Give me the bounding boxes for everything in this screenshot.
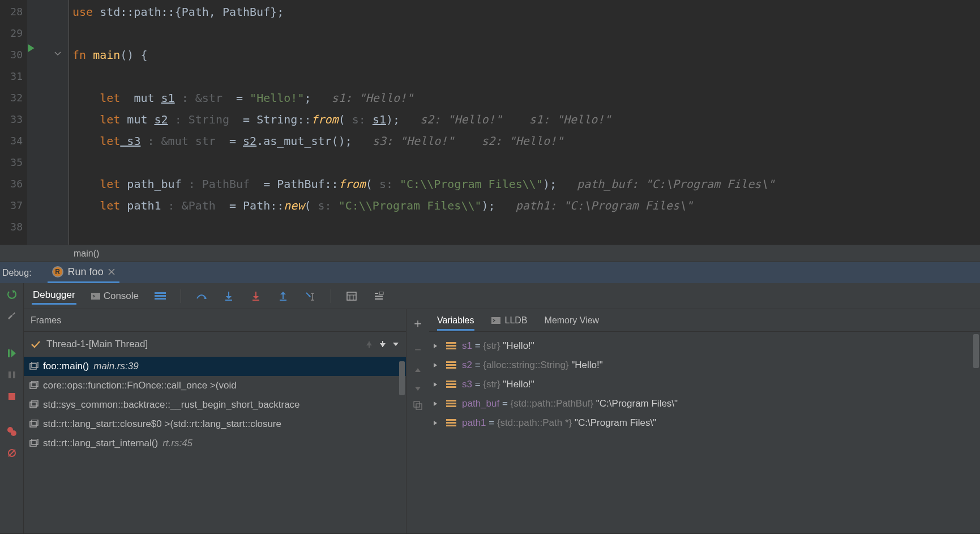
svg-rect-32 — [32, 362, 38, 368]
variables-panel: ＋ － Variables LLDB Memory View — [406, 309, 980, 533]
chevron-down-icon[interactable] — [392, 341, 399, 348]
stack-frame[interactable]: std::sys_common::backtrace::__rust_begin… — [24, 395, 406, 415]
remove-watch-icon[interactable]: － — [412, 341, 424, 358]
debug-toolbar: Debugger Console — [24, 283, 980, 309]
arrow-up-icon[interactable] — [365, 340, 373, 348]
svg-rect-40 — [32, 439, 38, 445]
line-number: 35 — [0, 152, 27, 173]
svg-rect-39 — [30, 441, 36, 446]
svg-rect-8 — [91, 293, 100, 300]
svg-rect-31 — [30, 364, 36, 369]
svg-rect-41 — [414, 401, 420, 407]
threads-icon[interactable] — [153, 289, 167, 303]
rust-icon: R — [52, 266, 63, 277]
line-number: 30 — [0, 44, 27, 66]
expand-icon[interactable] — [433, 343, 440, 349]
line-number: 29 — [0, 23, 27, 44]
line-number: 28 — [0, 1, 27, 23]
copy-icon[interactable] — [413, 401, 422, 410]
variable-row[interactable]: s1 = {str} "Hello!" — [429, 336, 980, 356]
arrow-down-icon[interactable] — [379, 340, 387, 348]
expand-icon[interactable] — [433, 362, 440, 368]
variables-list[interactable]: s1 = {str} "Hello!"s2 = {alloc::string::… — [429, 332, 980, 533]
line-number: 37 — [0, 195, 27, 216]
run-icon[interactable] — [27, 44, 46, 66]
svg-rect-34 — [32, 381, 38, 387]
svg-rect-3 — [8, 393, 15, 400]
close-icon[interactable] — [108, 268, 115, 275]
variable-icon — [446, 361, 456, 369]
stack-frame[interactable]: foo::main() main.rs:39 — [24, 357, 406, 376]
variable-icon — [446, 400, 456, 408]
expand-icon[interactable] — [433, 401, 440, 407]
tab-console[interactable]: Console — [90, 288, 140, 304]
variable-row[interactable]: s2 = {alloc::string::String} "Hello!" — [429, 356, 980, 375]
variable-icon — [446, 419, 456, 427]
line-number: 36 — [0, 173, 27, 195]
debug-action-bar — [0, 283, 24, 533]
tab-lldb[interactable]: LLDB — [491, 315, 528, 326]
variables-tabbar: Variables LLDB Memory View — [429, 309, 980, 332]
breadcrumb[interactable]: main() — [0, 245, 980, 262]
tab-memory-view[interactable]: Memory View — [545, 315, 600, 326]
stack-frame[interactable]: std::rt::lang_start::closure$0 >(std::rt… — [24, 415, 406, 434]
stack-frame[interactable]: std::rt::lang_start_internal() rt.rs:45 — [24, 434, 406, 453]
svg-rect-28 — [379, 292, 383, 294]
expand-icon[interactable] — [433, 382, 440, 387]
stack-frame[interactable]: core::ops::function::FnOnce::call_once >… — [24, 376, 406, 395]
svg-rect-17 — [280, 300, 286, 301]
variable-icon — [446, 342, 456, 350]
step-out-icon[interactable] — [276, 289, 290, 303]
code-area[interactable]: use std::path::{Path, PathBuf}; fn main(… — [69, 0, 980, 245]
force-step-into-icon[interactable] — [249, 289, 263, 303]
wrench-icon[interactable] — [6, 310, 18, 322]
trace-icon[interactable] — [372, 289, 386, 303]
scrollbar-thumb[interactable] — [973, 334, 979, 368]
variable-row[interactable]: s3 = {str} "Hello!" — [429, 375, 980, 394]
step-into-icon[interactable] — [222, 289, 236, 303]
thread-selector[interactable]: Thread-1-[Main Thread] — [24, 332, 406, 357]
svg-rect-42 — [416, 404, 422, 409]
tab-variables[interactable]: Variables — [437, 315, 474, 331]
expand-icon[interactable] — [433, 420, 440, 426]
move-down-icon[interactable] — [414, 384, 422, 392]
frame-icon — [29, 439, 38, 448]
frame-icon — [29, 420, 38, 429]
svg-rect-35 — [30, 402, 36, 408]
frame-list[interactable]: foo::main() main.rs:39core::ops::functio… — [24, 357, 406, 533]
pause-icon[interactable] — [6, 369, 18, 381]
evaluate-icon[interactable] — [345, 289, 358, 303]
fold-gutter — [46, 0, 69, 245]
svg-point-5 — [11, 430, 16, 436]
line-number: 31 — [0, 66, 27, 87]
svg-rect-1 — [8, 371, 11, 378]
code-editor[interactable]: 2829303132333435363738 use std::path::{P… — [0, 0, 980, 245]
run-config-tab[interactable]: R Run foo — [48, 262, 119, 283]
step-over-icon[interactable] — [195, 289, 208, 303]
stop-icon[interactable] — [6, 391, 18, 402]
svg-rect-2 — [13, 371, 15, 378]
svg-rect-43 — [491, 317, 500, 324]
svg-rect-10 — [155, 295, 166, 297]
debug-label: Debug: — [2, 268, 32, 278]
line-number: 38 — [0, 216, 27, 238]
fold-icon[interactable] — [46, 43, 69, 65]
variable-row[interactable]: path_buf = {std::path::PathBuf} "C:\Prog… — [429, 394, 980, 413]
move-up-icon[interactable] — [414, 367, 422, 375]
mute-breakpoints-icon[interactable] — [6, 447, 18, 459]
tab-debugger[interactable]: Debugger — [32, 287, 76, 305]
breakpoints-icon[interactable] — [6, 426, 18, 437]
line-number: 34 — [0, 130, 27, 152]
resume-icon[interactable] — [6, 348, 18, 359]
variable-icon — [446, 381, 456, 388]
rerun-icon[interactable] — [6, 289, 18, 300]
run-to-cursor-icon[interactable] — [303, 289, 317, 303]
svg-rect-13 — [225, 300, 232, 301]
svg-rect-11 — [155, 298, 166, 300]
scrollbar-thumb[interactable] — [399, 361, 405, 395]
variable-row[interactable]: path1 = {std::path::Path *} "C:\Program … — [429, 413, 980, 433]
line-number: 32 — [0, 87, 27, 109]
line-number: 33 — [0, 109, 27, 130]
svg-rect-21 — [347, 292, 356, 300]
add-watch-icon[interactable]: ＋ — [412, 315, 424, 332]
